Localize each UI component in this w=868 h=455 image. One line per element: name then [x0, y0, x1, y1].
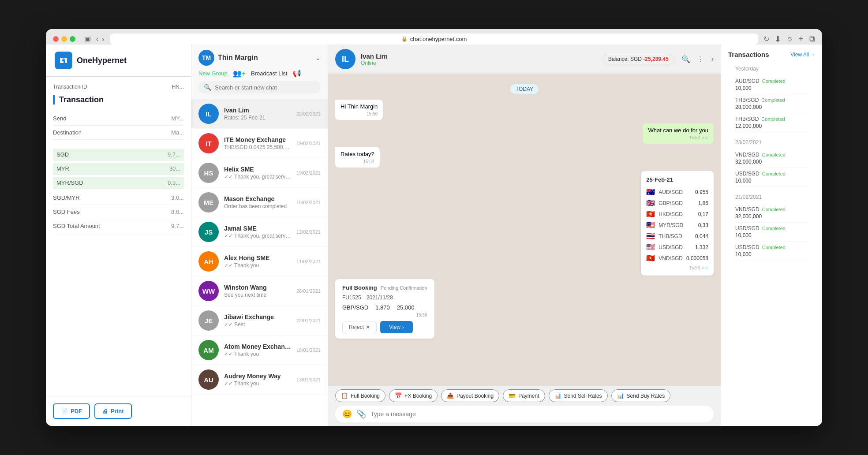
search-chat-icon[interactable]: 🔍	[681, 55, 690, 63]
address-bar[interactable]: 🔒 chat.onehypernet.com	[110, 34, 759, 45]
search-input[interactable]	[215, 84, 315, 91]
panel-toggle-icon[interactable]: ›	[711, 55, 714, 63]
list-item[interactable]: JE Jibawi Exchange ✓✓ Best 22/01/2021	[191, 306, 328, 336]
full-booking-button[interactable]: 📋 Full Booking	[335, 389, 385, 402]
list-item[interactable]: IL Ivan Lim Rates: 25-Feb-21 22/02/2021	[191, 99, 328, 129]
view-button[interactable]: View ›	[380, 321, 413, 333]
send-buy-rates-label: Send Buy Rates	[627, 393, 665, 399]
reject-button[interactable]: Reject ✕	[342, 321, 377, 333]
rate-thb: 🇹🇭 THB/SGD 0,044	[646, 231, 708, 242]
tx-status: Completed	[762, 207, 786, 212]
message-input-row: 😊 📎	[335, 406, 714, 422]
reload-icon[interactable]: ↻	[763, 35, 769, 43]
vnd-pair: VND/SGD	[658, 255, 683, 261]
chat-list-title: Thin Margin	[218, 54, 258, 62]
contact-time: 16/02/2021	[296, 200, 321, 205]
chat-info: Audrey Money Way ✓✓ Thank you	[224, 373, 291, 387]
myrsgd-row: MYR/SGD 0.3...	[53, 177, 184, 189]
total-label: SGD Total Amount	[53, 223, 100, 229]
attachment-icon[interactable]: 📎	[356, 409, 366, 419]
new-group-row: New Group 👥+ Broadcast List 📢	[198, 69, 321, 78]
table-row: USD/SGD Completed 10,000	[735, 242, 808, 261]
print-button[interactable]: 🖨 Print	[94, 403, 132, 419]
contact-preview: ✓✓ Thank you	[224, 380, 291, 387]
chat-info: Ivan Lim Rates: 25-Feb-21	[224, 107, 291, 121]
more-options-icon[interactable]: ⋮	[697, 55, 704, 63]
table-row: THB/SGD Completed 12,000,000	[735, 113, 808, 132]
rate-aud: 🇦🇺 AUD/SGD 0.955	[646, 186, 708, 198]
table-row: AUD/SGD Completed 10,000	[735, 75, 808, 94]
chevron-down-icon[interactable]: ⌄	[315, 54, 321, 61]
balance-amount: -25,289.45	[643, 56, 668, 62]
chat-header-actions: Balance: SGD -25,289.45 🔍 ⋮ ›	[602, 54, 714, 64]
sidebar-toggle-icon[interactable]: ▣	[84, 35, 91, 43]
chat-list-header: TM Thin Margin ⌄ New Group 👥+ Broadcast …	[191, 45, 328, 99]
lock-icon: 🔒	[401, 36, 408, 42]
contact-name: Jibawi Exchange	[224, 313, 291, 321]
payment-button[interactable]: 💳 Payment	[503, 389, 545, 402]
pdf-button[interactable]: 📄 PDF	[53, 403, 90, 419]
payout-booking-label: Payout Booking	[456, 393, 494, 399]
contact-name: Alex Hong SME	[224, 254, 291, 261]
thb-pair: THB/SGD	[658, 233, 692, 239]
hkd-value: 0,17	[698, 211, 708, 217]
chat-list: TM Thin Margin ⌄ New Group 👥+ Broadcast …	[191, 45, 328, 426]
nav-buttons: ‹ ›	[96, 35, 105, 43]
minimize-window-button[interactable]	[61, 36, 67, 42]
share-icon[interactable]: ⎏	[787, 34, 792, 44]
date-separator-text: TODAY	[510, 84, 539, 94]
forward-button[interactable]: ›	[102, 35, 104, 43]
view-all-link[interactable]: View All →	[790, 52, 815, 58]
browser-toolbar: ▣ ‹ › 🔒 chat.onehypernet.com ↻ ⬇ ⎏ + ⧉	[53, 34, 815, 45]
rate-vnd: 🇻🇳 VND/SGD 0,000058	[646, 253, 708, 264]
myr-value: 30...	[169, 165, 180, 172]
download-icon[interactable]: ⬇	[774, 34, 781, 44]
list-item[interactable]: HS Helix SME ✓✓ Thank you, great service…	[191, 158, 328, 188]
quick-actions: 📋 Full Booking 📅 FX Booking 📤 Payout Boo…	[335, 389, 714, 402]
list-item[interactable]: AU Audrey Money Way ✓✓ Thank you 13/01/2…	[191, 365, 328, 395]
sgd-row: SGD 9,7...	[53, 149, 184, 161]
contact-preview: ✓✓ Thank you	[224, 262, 291, 269]
booking-label: Full Booking	[342, 284, 377, 291]
search-icon: 🔍	[204, 84, 211, 91]
tx-date-yesterday: Yesterday AUD/SGD Completed 10,000 THB/S…	[728, 62, 815, 136]
contact-name: Audrey Money Way	[224, 373, 291, 380]
broadcast-list-link[interactable]: Broadcast List	[251, 70, 287, 77]
pending-badge: Pending Confirmation	[381, 285, 427, 291]
messages-area: TODAY Hi Thin Margin 15:50 What can we d…	[328, 74, 721, 385]
left-sidebar: OneHypernet Transaction ID HN... Transac…	[46, 45, 191, 426]
new-group-link[interactable]: New Group	[198, 70, 228, 77]
myr-value: 0,33	[698, 222, 708, 228]
list-item[interactable]: WW Winston Wang See you next time 26/01/…	[191, 276, 328, 306]
close-window-button[interactable]	[53, 36, 59, 42]
fx-booking-button[interactable]: 📅 FX Booking	[389, 389, 438, 402]
list-item[interactable]: ME Mason Exchange Order has been complet…	[191, 188, 328, 217]
tx-pair: AUD/SGD Completed	[735, 78, 808, 84]
maximize-window-button[interactable]	[70, 36, 75, 42]
list-item[interactable]: AH Alex Hong SME ✓✓ Thank you 11/02/2021	[191, 247, 328, 276]
message-input[interactable]	[370, 410, 707, 418]
send-buy-rates-button[interactable]: 📊 Send Buy Rates	[611, 389, 671, 402]
contact-preview: ✓✓ Best	[224, 321, 291, 328]
tab-overview-icon[interactable]: ⧉	[809, 34, 815, 44]
tx-status: Completed	[761, 116, 785, 122]
emoji-icon[interactable]: 😊	[342, 409, 352, 419]
destination-row: Destination Ma...	[53, 126, 184, 140]
back-button[interactable]: ‹	[96, 35, 98, 43]
myr-row: MYR 30...	[53, 163, 184, 175]
tx-pair-name: USD/SGD	[735, 225, 760, 231]
payout-booking-button[interactable]: 📤 Payout Booking	[441, 389, 499, 402]
list-item[interactable]: JS Jamal SME ✓✓ Thank you, great service…	[191, 217, 328, 247]
list-item[interactable]: AM Atom Money Exchange ✓✓ Thank you 18/0…	[191, 336, 328, 365]
thin-margin-avatar: TM	[198, 50, 214, 66]
tx-amount: 32,000,000	[735, 159, 808, 165]
send-sell-rates-button[interactable]: 📊 Send Sell Rates	[549, 389, 608, 402]
booking-rate: 1.870	[375, 304, 390, 311]
new-tab-icon[interactable]: +	[798, 34, 803, 44]
chat-info: ITE Money Exchange THB/SGD 0.0425 25,500…	[224, 136, 291, 150]
payment-icon: 💳	[509, 392, 516, 399]
double-tick-icon: ✓✓	[701, 265, 708, 270]
chat-info: Jibawi Exchange ✓✓ Best	[224, 313, 291, 328]
tx-status: Completed	[762, 245, 786, 250]
list-item[interactable]: IT ITE Money Exchange THB/SGD 0.0425 25,…	[191, 129, 328, 158]
